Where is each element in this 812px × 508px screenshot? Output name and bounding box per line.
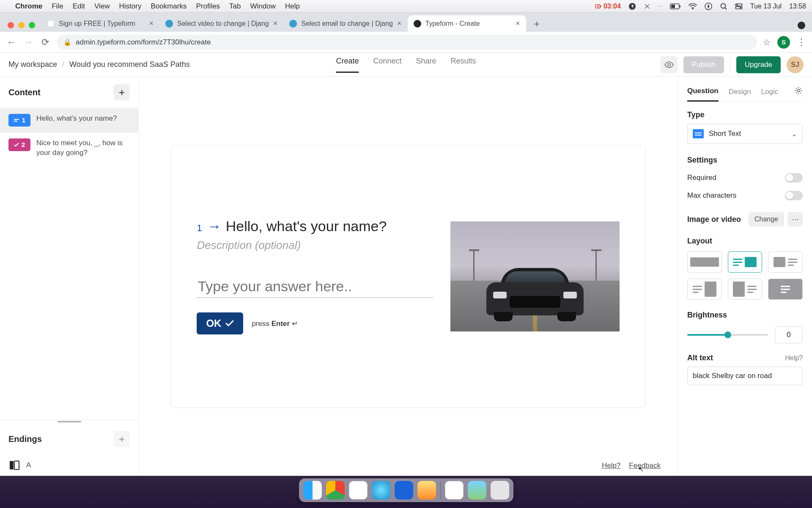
battery-icon[interactable] [670, 3, 681, 9]
panel-tab-question[interactable]: Question [687, 82, 719, 102]
menu-history[interactable]: History [119, 2, 141, 11]
menu-window[interactable]: Window [250, 2, 276, 11]
app-icon-2[interactable] [417, 481, 436, 500]
workspace-link[interactable]: My workspace [8, 60, 57, 69]
tab-signup[interactable]: Sign up FREE | Typeform × [41, 15, 159, 32]
question-description-input[interactable]: Description (optional) [197, 239, 433, 252]
tab-close-icon[interactable]: × [516, 19, 520, 28]
answer-input[interactable] [197, 276, 433, 298]
question-item-1[interactable]: 1 Hello, what's your name? [0, 108, 138, 133]
app-name[interactable]: Chrome [15, 2, 42, 11]
trash-icon[interactable] [491, 481, 509, 500]
fullscreen-window-icon[interactable] [29, 22, 35, 28]
desktop-background [0, 476, 812, 508]
help-link[interactable]: Help? [602, 461, 620, 470]
compass-icon[interactable] [705, 3, 712, 10]
form-name[interactable]: Would you recommend SaaS Paths [69, 60, 190, 69]
1password-icon[interactable] [395, 481, 413, 500]
menubar-clock[interactable]: 13:58 [789, 3, 806, 10]
quicktime-icon[interactable] [468, 481, 486, 500]
menu-profiles[interactable]: Profiles [196, 2, 220, 11]
close-window-icon[interactable] [8, 22, 14, 28]
question-canvas[interactable]: 1→ Hello, what's your name? Description … [171, 145, 645, 408]
tab-django-email[interactable]: 🌐 Select email to change | Djang × [283, 15, 407, 32]
new-tab-button[interactable]: ＋ [529, 17, 544, 31]
menu-edit[interactable]: Edit [73, 2, 85, 11]
tab-results[interactable]: Results [451, 57, 476, 73]
reload-icon[interactable]: ⟳ [40, 37, 51, 48]
brightness-slider[interactable] [687, 334, 768, 336]
main-tabs: Create Connect Share Results [336, 57, 476, 73]
minimize-window-icon[interactable] [18, 22, 25, 28]
tab-close-icon[interactable]: × [149, 19, 154, 28]
panel-tab-design[interactable]: Design [729, 83, 751, 101]
type-select[interactable]: Short Text ⌄ [687, 124, 803, 144]
window-controls[interactable] [5, 22, 41, 32]
alt-help-link[interactable]: Help? [785, 354, 803, 362]
battery-status-icon[interactable]: 03:04 [595, 3, 621, 10]
back-icon[interactable]: ← [6, 37, 17, 48]
image-more-button[interactable]: ⋯ [787, 212, 803, 226]
layout-option-4[interactable] [687, 279, 722, 300]
menu-bookmarks[interactable]: Bookmarks [151, 2, 187, 11]
layout-option-5[interactable] [728, 279, 763, 300]
tab-create[interactable]: Create [336, 57, 359, 73]
omnibox[interactable]: 🔒 admin.typeform.com/form/z7T30lhu/creat… [57, 35, 757, 50]
maxchars-toggle[interactable] [785, 191, 803, 200]
menu-help[interactable]: Help [285, 2, 300, 11]
menu-tab[interactable]: Tab [229, 2, 241, 11]
add-question-button[interactable]: ＋ [114, 84, 130, 100]
alt-text-input[interactable] [687, 367, 803, 385]
profile-avatar[interactable]: S [777, 36, 790, 49]
finder-icon[interactable] [303, 481, 322, 500]
content-panel: Content ＋ 1 Hello, what's your name? 2 N [0, 77, 139, 476]
menubar-date[interactable]: Tue 13 Jul [750, 3, 782, 10]
incognito-icon[interactable] [798, 22, 805, 29]
question-title-input[interactable]: Hello, what's your name? [226, 218, 387, 235]
question-badge: 1 [8, 114, 30, 127]
tab-typeform-create[interactable]: Typeform - Create × [408, 15, 526, 32]
ending-item[interactable]: A [0, 455, 138, 476]
search-icon[interactable] [720, 3, 727, 10]
check-icon [225, 320, 234, 327]
layout-option-1[interactable] [687, 251, 722, 273]
tab-close-icon[interactable]: × [273, 19, 278, 28]
chrome-menu-icon[interactable]: ⋮ [797, 37, 806, 48]
lock-icon[interactable]: 🔒 [63, 39, 71, 46]
chrome-icon[interactable] [326, 481, 345, 500]
tab-close-icon[interactable]: × [397, 19, 402, 28]
brightness-value[interactable]: 0 [775, 326, 803, 343]
layout-option-2[interactable] [728, 251, 763, 273]
menubar-app-icon[interactable] [628, 3, 636, 10]
menu-view[interactable]: View [94, 2, 110, 11]
question-image[interactable] [450, 221, 620, 331]
tab-django-video[interactable]: 🌐 Select video to change | Djang × [159, 15, 283, 32]
control-center-icon[interactable] [735, 3, 743, 9]
upgrade-button[interactable]: Upgrade [736, 56, 781, 73]
menubar-x-icon[interactable] [644, 3, 650, 10]
user-avatar[interactable]: SJ [787, 56, 804, 73]
bookmark-star-icon[interactable]: ☆ [763, 37, 771, 47]
tab-connect[interactable]: Connect [373, 57, 401, 73]
gear-icon[interactable] [794, 86, 803, 97]
menu-file[interactable]: File [52, 2, 63, 11]
change-image-button[interactable]: Change [749, 212, 784, 226]
add-ending-button[interactable]: ＋ [114, 431, 130, 447]
question-item-2[interactable]: 2 Nice to meet you, _, how is your day g… [0, 133, 138, 164]
layout-option-3[interactable] [768, 251, 803, 273]
app-topbar: My workspace / Would you recommend SaaS … [0, 53, 812, 77]
wifi-icon[interactable] [689, 3, 697, 9]
required-toggle[interactable] [785, 173, 803, 182]
menubar-graph-icon[interactable]: ┄ [658, 2, 662, 10]
preview-button[interactable] [661, 56, 678, 73]
tab-share[interactable]: Share [416, 57, 436, 73]
app-icon-1[interactable] [372, 481, 390, 500]
safari-icon[interactable] [349, 481, 368, 500]
panel-tab-logic[interactable]: Logic [761, 83, 779, 101]
ok-button[interactable]: OK [197, 312, 243, 334]
panel-resize-handle[interactable] [0, 420, 138, 423]
alt-text-label: Alt text [687, 353, 713, 362]
preview-app-icon[interactable] [445, 481, 464, 500]
feedback-link[interactable]: Feedback [629, 461, 661, 470]
layout-option-6[interactable] [768, 279, 803, 300]
